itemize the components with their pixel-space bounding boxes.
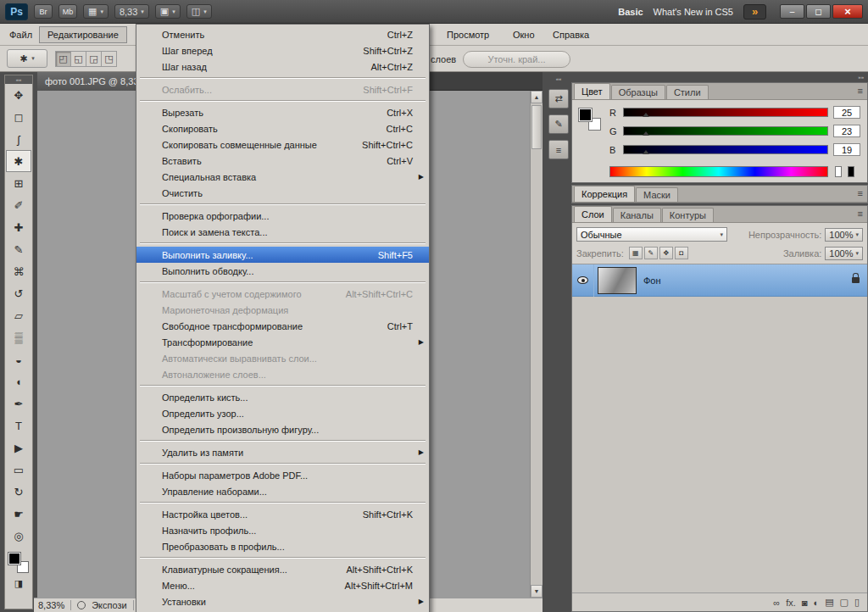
scroll-down-icon[interactable]: ▼ bbox=[531, 585, 542, 598]
slider-marker-icon[interactable] bbox=[643, 113, 649, 117]
delete-layer-icon[interactable]: ▯ bbox=[854, 597, 860, 608]
edit-menu-item[interactable]: Вставить Ctrl+V ▶ bbox=[136, 153, 429, 169]
refine-edge-button[interactable]: Уточн. край... bbox=[463, 51, 570, 68]
shape-tool-icon[interactable]: ▭ bbox=[6, 459, 31, 481]
lock-all-icon[interactable]: ◘ bbox=[675, 247, 688, 259]
menu-edit[interactable]: Редактирование bbox=[39, 26, 127, 43]
panel-menu-icon[interactable]: ≡ bbox=[858, 188, 863, 198]
edit-menu-item[interactable]: ▶ bbox=[136, 279, 429, 286]
link-layers-icon[interactable]: ∞ bbox=[773, 598, 780, 608]
edit-menu-item[interactable]: Поиск и замена текста... ▶ bbox=[136, 224, 429, 240]
eye-icon[interactable] bbox=[577, 276, 588, 284]
view-extras-button[interactable]: ▣ ▾ bbox=[155, 4, 181, 19]
edit-menu-item[interactable]: ▶ bbox=[136, 97, 429, 104]
edit-menu-item[interactable]: ▶ bbox=[136, 75, 429, 81]
clone-stamp-tool-icon[interactable]: ⌘ bbox=[6, 260, 31, 282]
type-tool-icon[interactable]: T bbox=[6, 414, 31, 437]
eyedropper-tool-icon[interactable]: ✐ bbox=[6, 194, 31, 216]
channel-slider[interactable] bbox=[623, 126, 828, 136]
dodge-tool-icon[interactable]: ◖ bbox=[6, 370, 31, 392]
arrange-documents-button[interactable]: ▦ ▾ bbox=[83, 4, 108, 19]
lock-image-pixels-icon[interactable]: ✎ bbox=[644, 247, 658, 259]
edit-menu-item[interactable]: Специальная вставка ▶ bbox=[136, 169, 429, 185]
opacity-field[interactable]: 100% ▾ bbox=[825, 228, 863, 242]
edit-menu-item[interactable]: Автоналожение слоев... ▶ bbox=[136, 366, 429, 382]
panel-menu-icon[interactable]: ≡ bbox=[858, 86, 863, 96]
edit-menu-item[interactable]: ▶ bbox=[136, 240, 429, 247]
workspace-basic-label[interactable]: Basic bbox=[618, 7, 643, 17]
add-selection-icon[interactable]: ◱ bbox=[70, 51, 86, 67]
expand-panels-icon[interactable]: «« bbox=[548, 75, 570, 83]
edit-menu-item[interactable]: Свободное трансформирование Ctrl+T ▶ bbox=[136, 318, 429, 334]
channel-slider[interactable] bbox=[623, 145, 828, 154]
collapsed-panel-icon-3[interactable]: ≡ bbox=[548, 140, 569, 159]
tab-styles[interactable]: Стили bbox=[666, 85, 709, 99]
edit-menu-item[interactable]: Вырезать Ctrl+X ▶ bbox=[136, 104, 429, 120]
quick-mask-button[interactable]: ◨ bbox=[6, 575, 31, 592]
menu-help[interactable]: Справка bbox=[545, 26, 597, 43]
edit-menu-item[interactable]: Настройка цветов... Shift+Ctrl+K ▶ bbox=[136, 506, 429, 522]
workspace-whats-new-label[interactable]: What's New in CS5 bbox=[654, 7, 733, 17]
magic-wand-tool-icon[interactable]: ✱ bbox=[6, 150, 31, 172]
edit-menu-item[interactable]: Выполнить обводку... ▶ bbox=[136, 263, 429, 279]
edit-menu-item[interactable]: Преобразовать в профиль... ▶ bbox=[136, 538, 429, 554]
foreground-background-swatches[interactable] bbox=[7, 551, 31, 575]
color-spectrum-ramp[interactable] bbox=[609, 166, 828, 177]
screen-mode-button[interactable]: ◫ ▾ bbox=[186, 4, 212, 19]
edit-menu-item[interactable]: Трансформирование ▶ bbox=[136, 334, 429, 350]
restore-button[interactable]: ◻ bbox=[806, 4, 831, 19]
document-tab[interactable]: фото 001.JPG @ 8,33 bbox=[37, 72, 147, 91]
edit-menu-item[interactable]: ▶ bbox=[136, 499, 429, 506]
foreground-color-swatch[interactable] bbox=[8, 553, 20, 565]
edit-menu-item[interactable]: Автоматически выравнивать слои... ▶ bbox=[136, 350, 429, 366]
launch-bridge-button[interactable]: Br bbox=[34, 4, 53, 19]
edit-menu-item[interactable]: Шаг вперед Shift+Ctrl+Z ▶ bbox=[136, 42, 429, 58]
layer-visibility-cell[interactable] bbox=[572, 264, 594, 297]
blur-tool-icon[interactable]: ◒ bbox=[6, 348, 31, 370]
slider-marker-icon[interactable] bbox=[643, 150, 649, 154]
hand-tool-icon[interactable]: ☛ bbox=[6, 503, 31, 525]
marquee-tool-icon[interactable]: ◻ bbox=[6, 106, 31, 128]
edit-menu-item[interactable]: Клавиатурные сокращения... Alt+Shift+Ctr… bbox=[136, 561, 429, 577]
gradient-tool-icon[interactable]: ▒ bbox=[6, 326, 31, 348]
tab-layers[interactable]: Слои bbox=[574, 206, 612, 222]
edit-menu-item[interactable]: Проверка орфографии... ▶ bbox=[136, 208, 429, 224]
tab-swatches[interactable]: Образцы bbox=[611, 85, 665, 99]
zoom-tool-icon[interactable]: ◎ bbox=[6, 525, 31, 547]
edit-menu-item[interactable]: Определить произвольную фигуру... ▶ bbox=[136, 421, 429, 437]
edit-menu-item[interactable]: Марионеточная деформация ▶ bbox=[136, 302, 429, 318]
edit-menu-item[interactable]: Установки ▶ bbox=[136, 593, 429, 609]
zoom-level-combo[interactable]: 8,33 ▾ bbox=[114, 4, 149, 19]
collapsed-panel-icon-1[interactable]: ⇄ bbox=[548, 89, 569, 108]
tab-channels[interactable]: Каналы bbox=[613, 208, 661, 222]
collapsed-panel-icon-2[interactable]: ✎ bbox=[548, 114, 569, 134]
subtract-selection-icon[interactable]: ◲ bbox=[86, 51, 102, 67]
edit-menu-item[interactable]: Назначить профиль... ▶ bbox=[136, 522, 429, 538]
tab-paths[interactable]: Контуры bbox=[662, 208, 714, 222]
edit-menu-item[interactable]: Определить кисть... ▶ bbox=[136, 389, 429, 405]
new-layer-icon[interactable]: ▢ bbox=[840, 597, 849, 608]
edit-menu-item[interactable]: Наборы параметров Adobe PDF... ▶ bbox=[136, 467, 429, 483]
menu-view[interactable]: Просмотр bbox=[439, 26, 497, 43]
collapse-dock-icon[interactable]: »» bbox=[571, 72, 868, 82]
channel-value-field[interactable]: 23 bbox=[833, 125, 860, 137]
lock-position-icon[interactable]: ✥ bbox=[659, 247, 673, 259]
vertical-scrollbar[interactable]: ▲ ▼ bbox=[530, 91, 542, 598]
edit-menu-item[interactable]: ▶ bbox=[136, 460, 429, 467]
adjustment-layer-icon[interactable]: ◐ bbox=[813, 598, 819, 608]
status-info-icon[interactable] bbox=[77, 601, 86, 609]
layer-style-icon[interactable]: fx. bbox=[786, 598, 796, 608]
move-tool-icon[interactable]: ✥ bbox=[6, 84, 31, 106]
history-brush-tool-icon[interactable]: ↺ bbox=[6, 282, 31, 304]
black-swatch[interactable] bbox=[848, 166, 854, 177]
edit-menu-item[interactable]: ▶ bbox=[136, 437, 429, 444]
crop-tool-icon[interactable]: ⊞ bbox=[6, 172, 31, 194]
pen-tool-icon[interactable]: ✒ bbox=[6, 392, 31, 414]
edit-menu-item[interactable]: Скопировать Ctrl+C ▶ bbox=[136, 120, 429, 136]
scroll-up-icon[interactable]: ▲ bbox=[531, 91, 542, 103]
path-selection-tool-icon[interactable]: ▶ bbox=[6, 437, 31, 459]
eraser-tool-icon[interactable]: ▱ bbox=[6, 304, 31, 326]
edit-menu-item[interactable]: ▶ bbox=[136, 554, 429, 561]
rotate-3d-tool-icon[interactable]: ↻ bbox=[6, 481, 31, 503]
layer-row[interactable]: Фон bbox=[572, 264, 867, 297]
